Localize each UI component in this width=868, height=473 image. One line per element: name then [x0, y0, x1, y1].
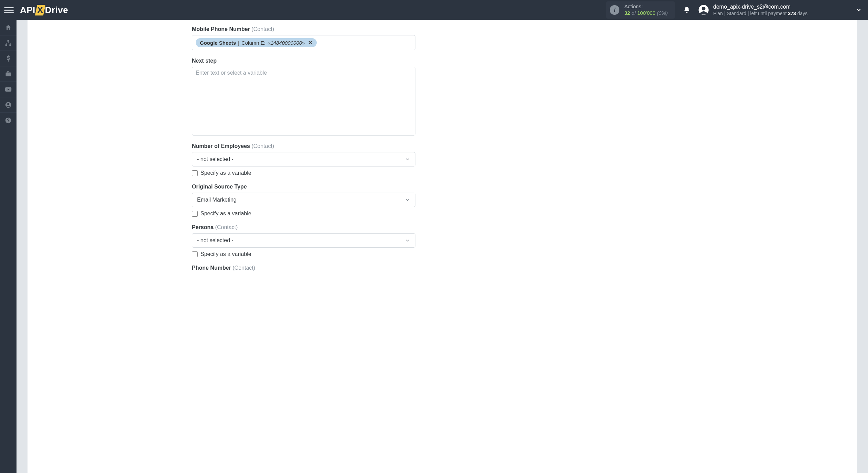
svg-point-9	[7, 103, 9, 105]
field-original-source-type: Original Source Type Email Marketing Spe…	[192, 184, 415, 217]
dollar-icon	[5, 55, 12, 62]
field-number-of-employees: Number of Employees (Contact) - not sele…	[192, 143, 415, 176]
sidebar-item-account[interactable]	[0, 97, 17, 113]
checkbox-input[interactable]	[192, 251, 198, 257]
specify-as-variable-checkbox[interactable]: Specify as a variable	[192, 251, 415, 257]
logo-part-drive: Drive	[45, 5, 68, 15]
mobile-phone-input[interactable]: Google Sheets | Column E: «14840000000» …	[192, 35, 415, 50]
actions-values: 32 of 100'000 (0%)	[624, 10, 668, 17]
actions-label: Actions:	[624, 3, 668, 10]
briefcase-icon	[5, 71, 12, 77]
bell-icon	[683, 6, 691, 14]
checkbox-label: Specify as a variable	[200, 211, 251, 217]
original-source-type-select[interactable]: Email Marketing	[192, 193, 415, 207]
avatar-icon	[698, 4, 709, 15]
info-icon: i	[610, 5, 619, 15]
user-menu[interactable]: demo_apix-drive_s2@com.com Plan | Standa…	[698, 3, 807, 17]
field-label: Number of Employees (Contact)	[192, 143, 415, 149]
field-label: Next step	[192, 58, 415, 64]
sidebar-item-briefcase[interactable]	[0, 66, 17, 82]
field-mobile-phone: Mobile Phone Number (Contact) Google She…	[192, 26, 415, 50]
sidebar-item-video[interactable]	[0, 82, 17, 97]
token-column: Column E:	[241, 40, 265, 46]
specify-as-variable-checkbox[interactable]: Specify as a variable	[192, 170, 415, 176]
field-label: Mobile Phone Number (Contact)	[192, 26, 415, 32]
field-label: Original Source Type	[192, 184, 415, 190]
main-content: Mobile Phone Number (Contact) Google She…	[17, 20, 868, 473]
menu-toggle-button[interactable]	[4, 5, 14, 15]
placeholder-text: Enter text or select a variable	[196, 70, 267, 76]
field-persona: Persona (Contact) - not selected - Speci…	[192, 224, 415, 257]
variable-token[interactable]: Google Sheets | Column E: «14840000000» …	[196, 38, 317, 47]
topbar: API X Drive i Actions: 32 of 100'000 (0%…	[0, 0, 868, 20]
sidebar-item-connections[interactable]	[0, 35, 17, 51]
persona-select[interactable]: - not selected -	[192, 233, 415, 248]
user-menu-chevron[interactable]	[856, 7, 862, 13]
select-value: - not selected -	[197, 156, 234, 162]
svg-point-11	[8, 121, 9, 122]
field-phone-number: Phone Number (Contact)	[192, 265, 415, 271]
token-separator: |	[238, 40, 239, 46]
logo-part-x: X	[35, 5, 45, 15]
specify-as-variable-checkbox[interactable]: Specify as a variable	[192, 211, 415, 217]
sidebar-item-billing[interactable]	[0, 51, 17, 66]
svg-rect-2	[8, 40, 9, 42]
sitemap-icon	[5, 40, 12, 46]
question-icon	[5, 117, 12, 124]
svg-rect-4	[9, 44, 11, 46]
svg-point-1	[702, 7, 705, 11]
user-email: demo_apix-drive_s2@com.com	[713, 3, 807, 11]
sidebar-item-help[interactable]	[0, 113, 17, 128]
sidebar	[0, 20, 17, 473]
logo-part-api: API	[20, 5, 35, 15]
checkbox-label: Specify as a variable	[200, 251, 251, 257]
select-value: Email Marketing	[197, 197, 237, 203]
field-label: Phone Number (Contact)	[192, 265, 415, 271]
checkbox-input[interactable]	[192, 170, 198, 176]
chevron-down-icon	[405, 157, 410, 162]
user-plan: Plan | Standard | left until payment 373…	[713, 10, 807, 17]
checkbox-input[interactable]	[192, 211, 198, 217]
select-value: - not selected -	[197, 237, 234, 244]
token-remove-button[interactable]: ✕	[308, 40, 313, 46]
chevron-down-icon	[405, 197, 410, 203]
gutter-right	[857, 20, 868, 473]
field-label: Persona (Contact)	[192, 224, 415, 230]
notifications-button[interactable]	[683, 6, 691, 14]
svg-rect-5	[6, 73, 11, 76]
field-next-step: Next step Enter text or select a variabl…	[192, 58, 415, 136]
chevron-down-icon	[856, 7, 862, 13]
sidebar-item-home[interactable]	[0, 20, 17, 35]
token-source: Google Sheets	[200, 40, 236, 46]
token-value: «14840000000»	[268, 40, 305, 46]
user-icon	[5, 101, 12, 108]
logo[interactable]: API X Drive	[20, 0, 68, 20]
checkbox-label: Specify as a variable	[200, 170, 251, 176]
number-of-employees-select[interactable]: - not selected -	[192, 152, 415, 166]
home-icon	[5, 24, 12, 31]
svg-rect-3	[6, 44, 7, 46]
next-step-input[interactable]: Enter text or select a variable	[192, 67, 415, 136]
actions-counter[interactable]: i Actions: 32 of 100'000 (0%)	[606, 1, 674, 19]
youtube-icon	[4, 86, 12, 93]
gutter-left	[17, 20, 28, 473]
chevron-down-icon	[405, 238, 410, 243]
